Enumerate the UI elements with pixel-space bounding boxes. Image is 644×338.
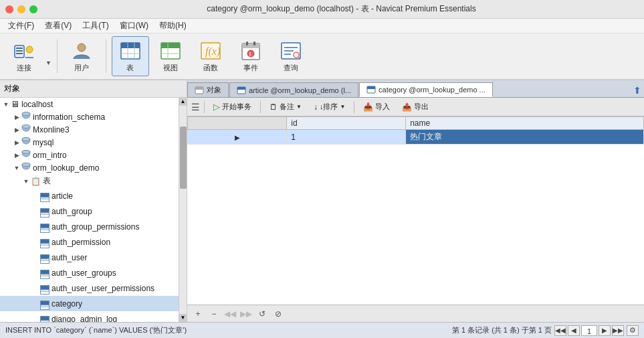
menu-view[interactable]: 查看(V) xyxy=(39,19,77,33)
toolbar-view[interactable]: 视图 xyxy=(152,36,189,76)
minimize-button[interactable] xyxy=(17,5,25,13)
tree-item-mxonline3[interactable]: ▶ Mxonline3 xyxy=(0,123,179,136)
toolbar-query-label: 查询 xyxy=(284,63,298,73)
expand-orm-intro[interactable]: ▶ xyxy=(12,151,21,160)
delete-row-btn[interactable]: − xyxy=(207,308,221,320)
tree-item-localhost[interactable]: ▼ 🖥 localhost xyxy=(0,98,179,110)
toolbar-connect[interactable]: 连接 xyxy=(5,36,43,76)
cell-id[interactable]: 1 xyxy=(287,130,406,145)
statusbar-sql: INSERT INTO `category` (`name`) VALUES (… xyxy=(5,325,447,335)
expand-auth-group xyxy=(31,207,40,216)
action-sep-1 xyxy=(204,101,205,113)
tree-item-tables-folder[interactable]: ▼ 📋 表 xyxy=(0,174,179,188)
statusbar-right: 第 1 条记录 (共 1 条) 于第 1 页 ◀◀ ◀ 1 ▶ ▶▶ ⚙ xyxy=(452,325,639,336)
tab-object[interactable]: 对象 xyxy=(187,82,229,97)
tree-item-auth-group-permissions[interactable]: auth_group_permissions xyxy=(0,219,179,234)
tab-category[interactable]: category @orm_lookup_demo ... xyxy=(359,82,493,97)
tab-article[interactable]: article @orm_lookup_demo (l... xyxy=(229,82,358,97)
toolbar-connect-arrow[interactable]: ▼ xyxy=(45,46,51,66)
tree-item-auth-group[interactable]: auth_group xyxy=(0,203,179,219)
toolbar-table[interactable]: 表 xyxy=(112,36,149,76)
scroll-down[interactable]: ▼ xyxy=(179,314,187,322)
tree-item-article[interactable]: article xyxy=(0,188,179,203)
sidebar-header-label: 对象 xyxy=(4,83,20,94)
data-table: id name ▶ 1 热门文章 xyxy=(187,116,644,145)
table-icon-category xyxy=(40,297,49,310)
svg-point-37 xyxy=(22,151,30,154)
tree-item-orm-lookup-demo[interactable]: ▼ orm_lookup_demo xyxy=(0,161,179,174)
menu-file[interactable]: 文件(F) xyxy=(3,19,39,33)
stop-btn[interactable]: ⊘ xyxy=(272,308,285,320)
redo-btn[interactable]: ▶▶ xyxy=(239,308,253,320)
svg-rect-19 xyxy=(242,44,259,48)
expand-mxonline3[interactable]: ▶ xyxy=(12,125,21,135)
tree-label-mxonline3: Mxonline3 xyxy=(33,125,70,135)
begin-transaction-icon: ▷ xyxy=(213,102,220,112)
hamburger-menu[interactable]: ☰ xyxy=(191,102,200,112)
cell-name[interactable]: 热门文章 xyxy=(406,130,644,145)
toolbar-function[interactable]: f(x) 函数 xyxy=(192,36,229,76)
page-first-btn[interactable]: ◀◀ xyxy=(554,325,566,336)
menu-tools[interactable]: 工具(T) xyxy=(77,19,114,33)
page-next-btn[interactable]: ▶ xyxy=(599,325,611,336)
sidebar-header: 对象 xyxy=(0,80,187,98)
svg-rect-21 xyxy=(253,41,255,46)
sort-btn[interactable]: ↓ ↓排序 ▼ xyxy=(309,100,350,114)
expand-information-schema[interactable]: ▶ xyxy=(12,112,21,122)
col-header-id[interactable]: id xyxy=(287,117,406,130)
add-row-btn[interactable]: + xyxy=(191,308,205,320)
toolbar-user[interactable]: 用户 xyxy=(63,36,100,76)
expand-mysql[interactable]: ▶ xyxy=(12,138,21,147)
table-icon-auth-user-groups xyxy=(40,266,49,279)
settings-btn[interactable]: ⚙ xyxy=(627,325,639,336)
table-row[interactable]: ▶ 1 热门文章 xyxy=(188,130,644,145)
tree-item-information-schema[interactable]: ▶ information_schema xyxy=(0,110,179,123)
close-button[interactable] xyxy=(5,5,13,13)
tree-item-auth-user-groups[interactable]: auth_user_groups xyxy=(0,265,179,280)
page-prev-btn[interactable]: ◀ xyxy=(568,325,580,336)
tree-item-auth-user[interactable]: auth_user xyxy=(0,250,179,265)
import-btn[interactable]: 📥 导入 xyxy=(358,100,395,114)
svg-point-6 xyxy=(78,44,86,52)
action-sep-3 xyxy=(354,101,354,113)
comment-btn[interactable]: 🗒 备注 ▼ xyxy=(265,100,306,114)
db-icon-orm-intro xyxy=(21,150,31,160)
statusbar-info: 第 1 条记录 (共 1 条) 于第 1 页 xyxy=(452,325,552,335)
new-tab-icon[interactable]: ⬆ xyxy=(633,85,641,96)
scroll-thumb[interactable] xyxy=(180,126,187,189)
tree-label-django-admin-log: django_admin_log xyxy=(51,315,117,323)
expand-orm-lookup-demo[interactable]: ▼ xyxy=(12,163,21,173)
tree-item-auth-permission[interactable]: auth_permission xyxy=(0,234,179,250)
menu-window[interactable]: 窗口(W) xyxy=(114,19,154,33)
separator-2 xyxy=(106,39,106,73)
tree-item-django-admin-log[interactable]: django_admin_log xyxy=(0,311,179,322)
refresh-btn[interactable]: ↺ xyxy=(255,308,269,320)
export-icon: 📤 xyxy=(402,102,412,112)
svg-point-35 xyxy=(22,138,30,141)
menu-help[interactable]: 帮助(H) xyxy=(154,19,192,33)
begin-transaction-btn[interactable]: ▷ 开始事务 xyxy=(209,100,256,114)
toolbar-query[interactable]: 查询 xyxy=(272,36,310,76)
page-last-btn[interactable]: ▶▶ xyxy=(612,325,624,336)
page-number[interactable]: 1 xyxy=(581,325,597,336)
export-btn[interactable]: 📤 导出 xyxy=(397,100,433,114)
expand-category xyxy=(31,299,40,309)
col-header-name[interactable]: name xyxy=(406,117,644,130)
scroll-up[interactable]: ▲ xyxy=(179,98,187,106)
maximize-button[interactable] xyxy=(29,5,37,13)
toolbar-event[interactable]: ! 事件 xyxy=(232,36,270,76)
tree-item-category[interactable]: category xyxy=(0,296,179,311)
undo-btn[interactable]: ◀◀ xyxy=(223,308,237,320)
tree-item-orm-intro[interactable]: ▶ orm_intro xyxy=(0,149,179,161)
sidebar-scrollbar[interactable]: ▲ ▼ xyxy=(179,98,187,322)
expand-localhost[interactable]: ▼ xyxy=(1,100,11,109)
tree-label-information-schema: information_schema xyxy=(33,112,105,122)
tree-item-mysql[interactable]: ▶ mysql xyxy=(0,136,179,149)
action-bar: ☰ ▷ 开始事务 🗒 备注 ▼ ↓ ↓排序 ▼ 📥 导入 xyxy=(187,98,644,116)
tab-article-icon xyxy=(237,86,246,94)
table-icon-auth-group xyxy=(40,205,49,218)
tree-label-mysql: mysql xyxy=(33,138,53,147)
tree-item-auth-user-user-permissions[interactable]: auth_user_user_permissions xyxy=(0,280,179,296)
tree-container: ▼ 🖥 localhost ▶ information_schema ▶ xyxy=(0,98,179,322)
expand-tables-folder[interactable]: ▼ xyxy=(21,177,31,186)
